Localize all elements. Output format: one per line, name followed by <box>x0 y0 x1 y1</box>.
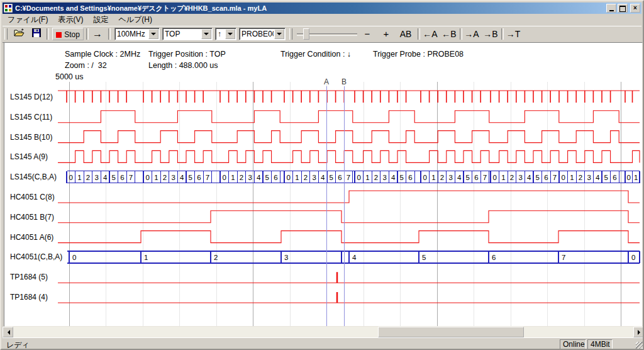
toolbar-separator <box>86 28 89 40</box>
goto-trigger-button[interactable]: →T <box>504 28 522 40</box>
scroll-right-button[interactable] <box>633 327 644 337</box>
save-button[interactable] <box>29 28 44 40</box>
goto-cursor-b-left-button[interactable]: ←B <box>440 28 458 40</box>
zoom-slider-thumb[interactable] <box>303 28 309 40</box>
zoom-in-button[interactable]: + <box>379 28 394 40</box>
sample-clock-info: Sample Clock : 2MHz <box>65 50 140 59</box>
probe-combobox[interactable]: PROBE00 <box>239 28 286 40</box>
chevron-down-icon <box>277 33 282 38</box>
window-title: C:¥Documents and Settings¥noname¥デスクトップ¥… <box>15 4 606 13</box>
status-memory: 4MBit <box>587 339 613 349</box>
run-button[interactable]: → <box>89 28 106 40</box>
dropdown-button[interactable] <box>225 29 235 39</box>
save-floppy-icon <box>32 28 41 37</box>
close-icon: × <box>633 4 637 11</box>
signal-label[interactable]: LS145(C,B,A) <box>10 172 57 181</box>
resize-grip[interactable] <box>636 342 644 350</box>
sample-clock-value: 100MHz <box>117 30 148 38</box>
maximize-icon <box>619 6 626 12</box>
signal-label[interactable]: HC4051 C(8) <box>10 193 55 201</box>
minimize-button[interactable] <box>606 4 616 13</box>
signal-label[interactable]: LS145 D(12) <box>10 93 53 101</box>
dropdown-button[interactable] <box>148 29 158 39</box>
app-icon <box>4 4 13 13</box>
goto-cursor-b-right-button[interactable]: →B <box>482 28 499 40</box>
trigger-position-value: TOP <box>165 30 201 38</box>
probe-value: PROBE00 <box>242 30 274 38</box>
menu-bar: ファイル(F) 表示(V) 設定 ヘルプ(H) <box>3 14 641 26</box>
length-info: Length : 488.000 us <box>148 61 218 70</box>
toolbar-grip[interactable] <box>4 28 8 40</box>
app-window: C:¥Documents and Settings¥noname¥デスクトップ¥… <box>0 0 644 350</box>
zoom-out-button[interactable]: − <box>360 28 375 40</box>
maximize-button[interactable] <box>618 4 628 13</box>
close-button[interactable]: × <box>630 4 640 13</box>
trigger-condition-info: Trigger Condition : ↓ <box>280 50 351 59</box>
title-bar[interactable]: C:¥Documents and Settings¥noname¥デスクトップ¥… <box>3 3 641 14</box>
signal-label[interactable]: HC4051(C,B,A) <box>10 252 62 261</box>
status-online: Online <box>560 339 586 349</box>
triangle-left-icon <box>5 330 10 335</box>
signal-label[interactable]: HC4051 A(6) <box>10 233 53 242</box>
trigger-edge-value: ↑ <box>218 30 225 38</box>
toolbar-separator <box>108 28 111 40</box>
signal-label[interactable]: LS145 A(9) <box>10 152 48 161</box>
zoom-info: Zoom : / 32 <box>65 61 107 70</box>
goto-cursor-a-right-button[interactable]: →A <box>463 28 480 40</box>
toolbar-separator <box>47 28 49 40</box>
trigger-position-combobox[interactable]: TOP <box>162 28 213 40</box>
stop-icon <box>56 32 62 38</box>
toolbar-separator <box>501 28 504 40</box>
status-bar: レディ Online 4MBit <box>3 337 644 350</box>
trigger-position-info: Trigger Position : TOP <box>148 50 226 59</box>
dropdown-button[interactable] <box>201 29 211 39</box>
minimize-icon <box>609 10 614 11</box>
waveform-panel: Sample Clock : 2MHz Trigger Position : T… <box>4 42 643 327</box>
horizontal-scrollbar[interactable] <box>3 327 644 337</box>
scrollbar-thumb[interactable] <box>378 327 524 337</box>
open-folder-icon <box>14 28 25 37</box>
signal-label[interactable]: TP1684 (5) <box>10 273 48 281</box>
dropdown-button[interactable] <box>274 29 284 39</box>
trigger-probe-info: Trigger Probe : PROBE08 <box>373 50 464 59</box>
sample-clock-combobox[interactable]: 100MHz <box>114 28 160 40</box>
stop-button[interactable]: Stop <box>52 28 84 40</box>
menu-settings[interactable]: 設定 <box>88 13 113 26</box>
toolbar-grip[interactable] <box>289 28 292 40</box>
chevron-down-icon <box>228 33 233 38</box>
menu-file[interactable]: ファイル(F) <box>3 13 53 26</box>
trigger-edge-combobox[interactable]: ↑ <box>215 28 236 40</box>
menu-view[interactable]: 表示(V) <box>53 13 88 26</box>
signal-label[interactable]: LS145 C(11) <box>10 113 52 121</box>
toolbar: Stop → 100MHz TOP ↑ PROBE00 − + AB ←A ←B <box>3 26 641 43</box>
status-ready: レディ <box>6 340 30 350</box>
goto-cursor-a-left-button[interactable]: ←A <box>421 28 439 40</box>
signal-label[interactable]: LS145 B(10) <box>10 133 52 142</box>
toolbar-separator <box>418 28 420 40</box>
timescale-label: 5000 us <box>55 72 83 81</box>
scroll-left-button[interactable] <box>3 327 13 337</box>
chevron-down-icon <box>204 33 209 38</box>
signal-label[interactable]: TP1684 (4) <box>10 293 48 302</box>
stop-label: Stop <box>64 30 80 39</box>
zoom-ab-button[interactable]: AB <box>396 28 415 40</box>
menu-help[interactable]: ヘルプ(H) <box>113 13 157 26</box>
chevron-down-icon <box>151 33 156 38</box>
toolbar-separator <box>460 28 462 40</box>
signal-label[interactable]: HC4051 B(7) <box>10 213 54 222</box>
open-button[interactable] <box>11 28 26 40</box>
triangle-right-icon <box>638 330 643 335</box>
